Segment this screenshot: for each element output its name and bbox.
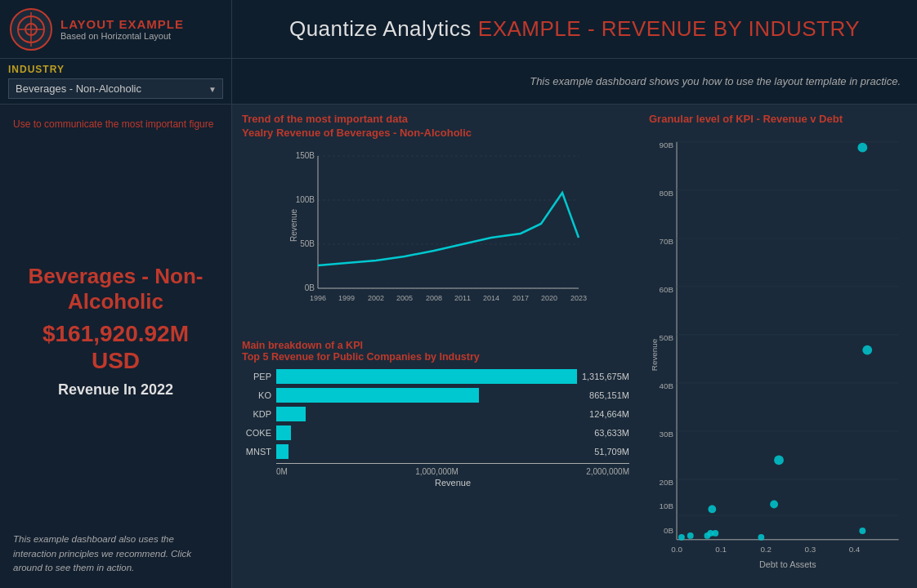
svg-text:2017: 2017 xyxy=(512,294,529,302)
kpi-currency: USD xyxy=(92,347,140,375)
bar-x-axis: 0M 1,000,000M 2,000,000M xyxy=(276,467,629,476)
kpi-value: $161,920.92M xyxy=(42,320,189,348)
svg-text:2014: 2014 xyxy=(483,294,499,302)
scatter-point xyxy=(859,528,866,534)
bar-row-mnst: MNST 51,709M xyxy=(242,444,629,459)
bar-track-kdp xyxy=(276,407,584,421)
scatter-point xyxy=(862,345,872,355)
bar-value-mnst: 51,709M xyxy=(594,447,629,457)
scatter-panel: Granular level of KPI - Revenue v Debt 9… xyxy=(639,105,917,588)
svg-text:0.4: 0.4 xyxy=(849,545,861,554)
title-main: Quantize Analytics xyxy=(289,16,472,42)
line-chart: 150B 100B 50B 0B Revenue 1996 xyxy=(242,144,629,323)
bar-value-kdp: 124,664M xyxy=(589,409,629,419)
svg-text:10B: 10B xyxy=(660,501,674,510)
bar-fill-ko xyxy=(276,388,479,403)
line-chart-subtitle: Yealry Revenue of Beverages - Non-Alcoho… xyxy=(242,127,629,139)
page-title: Quantize Analytics EXAMPLE - REVENUE BY … xyxy=(232,0,917,58)
svg-text:60B: 60B xyxy=(660,285,674,294)
bar-x-2: 2,000,000M xyxy=(586,467,629,476)
bar-fill-coke xyxy=(276,425,291,440)
logo-title: LAYOUT EXAMPLE xyxy=(60,17,184,31)
svg-text:2020: 2020 xyxy=(541,294,557,302)
bar-fill-kdp xyxy=(276,407,306,421)
svg-text:2005: 2005 xyxy=(396,294,413,302)
center-panel: Trend of the most important data Yealry … xyxy=(232,105,639,588)
bar-track-coke xyxy=(276,425,589,440)
svg-text:0.3: 0.3 xyxy=(805,545,816,554)
svg-text:70B: 70B xyxy=(660,237,674,246)
svg-text:0.2: 0.2 xyxy=(760,545,772,554)
svg-text:2008: 2008 xyxy=(426,294,442,302)
scatter-point xyxy=(770,501,778,509)
svg-text:150B: 150B xyxy=(296,151,315,160)
bar-track-pep xyxy=(276,369,577,384)
line-chart-container: 150B 100B 50B 0B Revenue 1996 xyxy=(242,144,629,332)
bar-x-1: 1,000,000M xyxy=(415,467,458,476)
scatter-point xyxy=(708,505,716,513)
svg-text:Debt to Assets: Debt to Assets xyxy=(759,559,816,569)
kpi-note: This example dashboard also uses the int… xyxy=(13,532,218,575)
bar-chart-subtitle: Top 5 Revenue for Public Companies by In… xyxy=(242,351,629,363)
svg-text:1999: 1999 xyxy=(338,294,355,302)
kpi-hint: Use to communicate the most important fi… xyxy=(13,118,218,131)
svg-text:2011: 2011 xyxy=(454,294,471,302)
svg-text:Revenue: Revenue xyxy=(650,338,659,371)
svg-text:2023: 2023 xyxy=(570,294,587,302)
bar-chart-area: PEP 1,315,675M KO 865,151M KDP xyxy=(242,369,629,488)
bar-label-mnst: MNST xyxy=(242,447,271,457)
filter-label: INDUSTRY xyxy=(8,64,223,75)
scatter-title: Granular level of KPI - Revenue v Debt xyxy=(649,113,907,125)
svg-text:0B: 0B xyxy=(305,283,315,292)
bar-label-coke: COKE xyxy=(242,428,271,438)
logo-subtitle: Based on Horizontal Layout xyxy=(60,31,184,41)
scatter-point xyxy=(774,455,784,465)
bar-label-pep: PEP xyxy=(242,372,271,381)
header: LAYOUT EXAMPLE Based on Horizontal Layou… xyxy=(0,0,917,59)
svg-text:30B: 30B xyxy=(660,430,674,439)
svg-text:0.1: 0.1 xyxy=(715,545,727,554)
bar-value-coke: 63,633M xyxy=(594,428,629,438)
kpi-label: Revenue In 2022 xyxy=(58,380,173,400)
logo-section: LAYOUT EXAMPLE Based on Horizontal Layou… xyxy=(0,0,232,58)
logo-text: LAYOUT EXAMPLE Based on Horizontal Layou… xyxy=(60,17,184,41)
svg-text:40B: 40B xyxy=(660,381,674,390)
svg-text:Revenue: Revenue xyxy=(289,209,298,242)
kpi-main: Beverages - Non-Alcoholic $161,920.92M U… xyxy=(13,148,218,516)
title-highlight: EXAMPLE - REVENUE BY INDUSTRY xyxy=(478,16,860,42)
kpi-industry: Beverages - Non-Alcoholic xyxy=(13,264,218,314)
bar-chart-title: Main breakdown of a KPI xyxy=(242,340,629,351)
main-content: Use to communicate the most important fi… xyxy=(0,105,917,588)
scatter-chart: 90B 80B 70B 60B 50B 40B 30B 20B 10B 0B R… xyxy=(649,130,907,580)
bar-track-ko xyxy=(276,388,584,403)
bar-x-title: Revenue xyxy=(276,478,629,488)
bar-row-ko: KO 865,151M xyxy=(242,388,629,403)
bar-track-mnst xyxy=(276,444,589,459)
svg-text:0B: 0B xyxy=(664,526,673,535)
bar-fill-pep xyxy=(276,369,577,384)
bar-x-0: 0M xyxy=(276,467,288,476)
bar-value-ko: 865,151M xyxy=(589,390,629,400)
bar-label-kdp: KDP xyxy=(242,409,271,419)
svg-text:50B: 50B xyxy=(300,239,315,248)
svg-text:100B: 100B xyxy=(296,195,315,204)
scatter-point xyxy=(678,534,685,541)
industry-select[interactable]: Beverages - Non-Alcoholic Beverages - Al… xyxy=(8,78,223,99)
bar-row-kdp: KDP 124,664M xyxy=(242,407,629,421)
svg-text:50B: 50B xyxy=(660,333,674,342)
kpi-panel: Use to communicate the most important fi… xyxy=(0,105,232,588)
bar-fill-mnst xyxy=(276,444,289,459)
svg-text:1996: 1996 xyxy=(310,294,326,302)
scatter-point xyxy=(758,534,764,541)
scatter-point xyxy=(857,143,867,153)
filter-panel: INDUSTRY Beverages - Non-Alcoholic Bever… xyxy=(0,59,232,104)
scatter-point xyxy=(712,530,718,537)
svg-text:80B: 80B xyxy=(660,189,674,198)
line-chart-title: Trend of the most important data xyxy=(242,113,629,125)
bar-label-ko: KO xyxy=(242,390,271,400)
filter-select-wrapper[interactable]: Beverages - Non-Alcoholic Beverages - Al… xyxy=(8,78,223,99)
filter-description-text: This example dashboard shows you how to … xyxy=(530,75,901,87)
bar-value-pep: 1,315,675M xyxy=(582,372,629,381)
filter-row: INDUSTRY Beverages - Non-Alcoholic Bever… xyxy=(0,59,917,105)
logo-icon xyxy=(10,8,52,51)
